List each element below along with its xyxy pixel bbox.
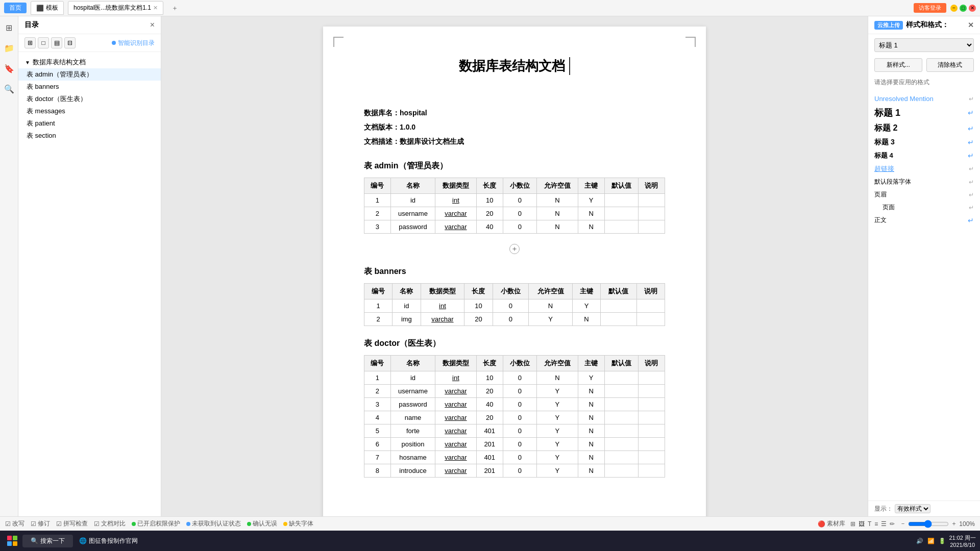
toc-item-patient[interactable]: 表 patient [18, 117, 161, 130]
protect-status[interactable]: 已开启权限保护 [132, 519, 180, 528]
style-selector[interactable]: 标题 1 标题 2 标题 3 正文 [874, 38, 974, 52]
toc-close-button[interactable]: × [150, 20, 155, 30]
table-cell: N [537, 207, 578, 220]
table-cell: 2 [364, 207, 391, 220]
toc-tool-btn-4[interactable]: ⊟ [64, 37, 76, 48]
table-cell: varchar [435, 451, 477, 464]
toc-item-section[interactable]: 表 section [18, 130, 161, 142]
start-button[interactable] [4, 533, 20, 549]
style-item-h2[interactable]: 标题 2 ↵ [868, 121, 980, 136]
auth-status[interactable]: 未获取到认证状态 [186, 519, 241, 528]
page-corner-tl [333, 37, 344, 47]
style-item-body[interactable]: 正文 ↵ [868, 214, 980, 227]
close-button[interactable]: ✕ [969, 5, 976, 12]
style-item-page[interactable]: 页面 ↵ [868, 201, 980, 214]
text-icon[interactable]: T [868, 520, 871, 528]
col-header: 小数位 [503, 178, 536, 194]
zoom-slider[interactable] [908, 520, 949, 528]
wps-icon: ⬛ [36, 5, 44, 12]
maximize-button[interactable]: □ [960, 5, 967, 12]
edit-icon[interactable]: ✏ [890, 520, 895, 528]
table-row: 8introducevarchar2010YN [364, 464, 665, 478]
table-row: 2imgvarchar200YN [364, 313, 665, 326]
taskbar-icon-1[interactable]: 🔊 [916, 538, 923, 544]
toc-item-admin[interactable]: 表 admin（管理员表） [18, 68, 161, 81]
toc-root-item[interactable]: ▼ 数据库表结构文档 [18, 56, 161, 68]
taskbar-icon-3[interactable]: 🔋 [939, 538, 946, 544]
table-cell: 0 [503, 220, 536, 234]
clear-style-button[interactable]: 清除格式 [926, 58, 974, 72]
new-style-button[interactable]: 新样式... [874, 58, 922, 72]
style-item-unresolved[interactable]: Unresolved Mention ↵ [868, 93, 980, 105]
toc-tool-btn-3[interactable]: ▤ [51, 37, 62, 48]
table-icon[interactable]: ⊞ [850, 520, 855, 528]
minimize-button[interactable]: − [950, 5, 958, 12]
table-cell: Y [537, 451, 578, 464]
style-item-page-header-icon: ↵ [969, 191, 974, 198]
table-cell: 0 [493, 313, 529, 326]
style-item-h3[interactable]: 标题 3 ↵ [868, 136, 980, 149]
col-header: 编号 [364, 284, 393, 299]
doc-version-label: 文档版本： [364, 123, 400, 131]
font-status[interactable]: 缺失字体 [283, 519, 313, 528]
styles-panel-close-button[interactable]: ✕ [968, 21, 974, 29]
new-tab-button[interactable]: ＋ [167, 2, 182, 15]
doc-compare-button[interactable]: ☑ 文档对比 [94, 519, 126, 528]
admin-add-btn[interactable]: ＋ [364, 244, 665, 254]
show-select[interactable]: 有效样式 [895, 504, 930, 513]
col-header: 允许空值 [537, 356, 578, 371]
style-item-page-header[interactable]: 页眉 ↵ [868, 188, 980, 201]
table-cell: Y [537, 385, 578, 398]
add-row-icon[interactable]: ＋ [509, 244, 520, 254]
list-icon[interactable]: ☰ [881, 520, 887, 528]
modify-button[interactable]: ☑ 修订 [31, 519, 50, 528]
toc-ai-dot [112, 41, 116, 45]
home-button[interactable]: 首页 [4, 3, 27, 13]
zoom-in-button[interactable]: ＋ [951, 519, 957, 528]
style-item-h1[interactable]: 标题 1 ↵ [868, 105, 980, 121]
doc-area: 数据库表结构文档 数据库名：hospital 文档版本：1.0.0 文档描述：数… [161, 16, 868, 516]
style-select[interactable]: 标题 1 标题 2 标题 3 正文 [874, 38, 974, 52]
style-item-link[interactable]: 超链接 ↵ [868, 162, 980, 176]
zoom-out-button[interactable]: － [900, 519, 906, 528]
table-cell: varchar [435, 424, 477, 438]
table-cell: 401 [476, 424, 503, 438]
resource-button[interactable]: 🔴 素材库 [818, 519, 845, 528]
toc-ai-button[interactable]: 智能识别目录 [112, 39, 155, 47]
taskbar-search[interactable]: 🔍 搜索一下 [22, 535, 73, 547]
spell-checkbox-icon: ☑ [56, 520, 62, 528]
sidebar-icon-bookmark[interactable]: 🔖 [2, 61, 16, 76]
err-status[interactable]: 确认无误 [247, 519, 277, 528]
image-icon[interactable]: 🖼 [859, 520, 865, 528]
taskbar-icon-2[interactable]: 📶 [927, 538, 935, 544]
table-cell: username [390, 207, 435, 220]
cloud-upload-button[interactable]: 访客登录 [914, 3, 946, 13]
table-cell: varchar [435, 207, 477, 220]
resource-icon: 🔴 [818, 520, 825, 528]
style-item-default-font[interactable]: 默认段落字体 ↵ [868, 176, 980, 188]
sidebar-icon-home[interactable]: ⊞ [2, 20, 16, 35]
tab-wps[interactable]: ⬛ 模板 [31, 1, 64, 15]
toc-item-banners[interactable]: 表 banners [18, 81, 161, 93]
toc-tool-btn-1[interactable]: ⊞ [24, 37, 36, 48]
window-controls: − □ ✕ [950, 5, 976, 12]
tab-document[interactable]: hospital医...统数据库文档1.1 ✕ [68, 1, 163, 15]
sidebar-icon-search[interactable]: 🔍 [2, 82, 16, 96]
toc-item-messages[interactable]: 表 messages [18, 105, 161, 117]
table-row: 1idint100NY [364, 371, 665, 385]
align-icon[interactable]: ≡ [874, 520, 878, 528]
edit-mode-button[interactable]: ☑ 改写 [5, 519, 24, 528]
spell-check-button[interactable]: ☑ 拼写检查 [56, 519, 88, 528]
toc-header: 目录 × [18, 16, 161, 34]
table-cell: id [393, 299, 421, 313]
toc-item-doctor[interactable]: 表 doctor（医生表） [18, 93, 161, 105]
table-cell [604, 451, 638, 464]
taskbar-clock[interactable]: 21:02 周一 2021/8/10 [949, 534, 976, 548]
toc-tool-btn-2[interactable]: □ [38, 37, 49, 48]
style-item-h4[interactable]: 标题 4 ↵ [868, 149, 980, 162]
sidebar-icon-folder[interactable]: 📁 [2, 41, 16, 55]
taskbar-item-1[interactable]: 🌐 图征鲁报制作官网 [75, 535, 142, 547]
tab-close-icon[interactable]: ✕ [153, 5, 158, 11]
taskbar-icons: 🔊 📶 🔋 [916, 538, 946, 544]
table-row: 2usernamevarchar200NN [364, 207, 665, 220]
